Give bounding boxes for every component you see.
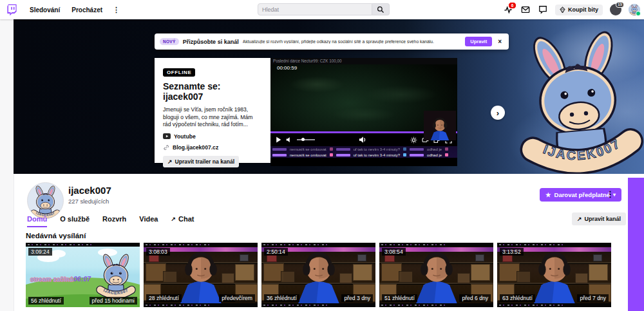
chat-emote-icon — [403, 147, 406, 151]
envelope-icon — [521, 5, 530, 14]
webcam-overlay — [424, 111, 456, 140]
notice-title: Přizpůsobte si kanál — [183, 39, 239, 45]
thumbnail-bottom-overlay — [261, 303, 375, 307]
inbox-button[interactable] — [520, 5, 531, 15]
user-menu-avatar[interactable] — [629, 4, 640, 15]
tab-videa[interactable]: Videa — [139, 215, 158, 227]
video-card[interactable]: 2:50:1436 zhlédnutípřed 3 dny — [261, 243, 375, 307]
chat-overlay-row: nemusíš se omlouvatuf tak to nevím 3-4 m… — [270, 146, 457, 152]
blog-link-label: Blog.ijacek007.cz — [173, 144, 218, 151]
video-views-badge: 51 zhlédnutí — [382, 294, 417, 302]
tab-label: Rozvrh — [102, 215, 126, 223]
external-arrow-icon: ↗ — [577, 216, 582, 222]
chat-username — [272, 148, 287, 151]
bits-gem-icon — [560, 6, 565, 14]
video-card[interactable]: 3:08:0328 zhlédnutípředevčírem — [144, 243, 258, 307]
nav-link-following[interactable]: Sledování — [30, 6, 60, 14]
chat-message: nemusíš se omlouvat — [290, 147, 327, 151]
thumbnail-top-overlay — [144, 243, 258, 247]
play-button[interactable] — [276, 137, 281, 143]
video-date-badge: před 3 dny — [341, 294, 373, 302]
chat-message: nemusíš se omlouvat — [290, 153, 327, 157]
chat-username — [410, 148, 424, 151]
buy-bits-label: Koupit bity — [568, 6, 598, 13]
extension-badge: 15 — [616, 2, 624, 8]
video-date-badge: před 15 hodinami — [90, 297, 137, 305]
thumbnail-top-overlay — [261, 243, 375, 247]
tab-domů[interactable]: Domů — [27, 215, 47, 227]
video-card[interactable]: 3:13:5263 zhlédnutípřed 7 dny — [497, 243, 611, 307]
online-status-dot — [636, 11, 641, 16]
chat-username — [336, 148, 350, 151]
nav-more-icon[interactable]: ⋮ — [113, 6, 120, 14]
notification-badge: 6 — [508, 2, 516, 9]
offline-badge: OFFLINE — [163, 68, 195, 77]
thumbnail-bottom-overlay — [379, 303, 493, 307]
thumbnail-start-time: 06:07 — [73, 275, 91, 283]
thumbnail-bottom-overlay — [497, 303, 611, 307]
chat-username — [336, 154, 350, 156]
notice-close-icon[interactable]: × — [496, 38, 504, 45]
tab-label: O službě — [60, 215, 90, 223]
donkey-mascot-image — [512, 19, 644, 174]
chat-message: uf tak to nevím 3-4 minuty? — [354, 147, 400, 151]
offline-card-title: Seznamte se: ijacek007 — [163, 81, 240, 102]
nav-link-browse[interactable]: Procházet — [71, 6, 102, 14]
notice-description: Aktualizujte si rozvrh vysílání, přidejt… — [243, 39, 462, 44]
search-bar — [258, 3, 390, 15]
chat-emote-icon — [445, 147, 448, 151]
twitch-channel-page: Sledování Procházet ⋮ 6 — [0, 0, 644, 311]
thumbnail-bottom-overlay — [144, 303, 258, 307]
tab-label: Domů — [27, 215, 47, 223]
tab-rozvrh[interactable]: Rozvrh — [102, 215, 126, 227]
chevron-right-icon: › — [497, 108, 499, 118]
channel-tabs: DomůO služběRozvrhVidea↗Chat — [27, 215, 194, 227]
twitch-logo-icon[interactable] — [6, 4, 18, 16]
chat-emote-icon — [330, 147, 333, 151]
video-card-row: stream začíná06:073:09:2456 zhlédnutípře… — [26, 243, 611, 307]
chat-overlay-row: nemusíš se omlouvatuf tak to nevím 3-4 m… — [270, 152, 457, 158]
tab-chat[interactable]: ↗Chat — [171, 215, 194, 227]
audio-speaker-icon[interactable] — [359, 136, 366, 144]
chat-emote-icon — [403, 153, 406, 156]
external-arrow-icon: ↗ — [171, 216, 176, 222]
stream-overlay-donor-text: Poslední dárce Nectur99: CZK 100,00 — [270, 58, 457, 64]
stream-chat-overlay: nemusíš se omlouvatuf tak to nevím 3-4 m… — [270, 146, 457, 158]
tab-label: Chat — [178, 215, 194, 223]
video-views-badge: 36 zhlédnutí — [264, 294, 299, 302]
offline-info-card: OFFLINE Seznamte se: ijacek007 Jmenuji s… — [155, 58, 270, 163]
volume-icon[interactable] — [286, 137, 292, 143]
edit-channel-button[interactable]: ↗ Upravit kanál — [572, 212, 626, 225]
banner-next-button[interactable]: › — [491, 106, 505, 120]
trailer-video-player[interactable]: Poslední dárce Nectur99: CZK 100,00 00:0… — [270, 58, 457, 166]
blog-link[interactable]: Blog.ijacek007.cz — [163, 144, 262, 151]
chat-message: odhad je — [427, 153, 442, 157]
whispers-button[interactable] — [538, 5, 548, 15]
channel-more-icon[interactable]: ⋮ — [606, 189, 614, 199]
star-icon: ★ — [545, 191, 551, 198]
nav-right-cluster: 6 Koupit bity 15 — [503, 0, 640, 19]
edit-trailer-button[interactable]: ↗ Upravit trailer na kanál — [163, 156, 239, 167]
video-duration-badge: 2:50:14 — [264, 248, 288, 256]
collapsed-sidebar[interactable] — [0, 19, 14, 311]
buy-bits-button[interactable]: Koupit bity — [555, 5, 603, 15]
tab-o-službě[interactable]: O službě — [60, 215, 90, 227]
search-button[interactable] — [372, 3, 390, 15]
video-views-badge: 63 zhlédnutí — [500, 294, 535, 302]
collapsed-chat-strip[interactable] — [628, 178, 644, 311]
channel-bio: Jmenuji se Víťa, jsem ročník 1983, blogu… — [163, 106, 260, 129]
extension-avatar[interactable]: 15 — [610, 4, 621, 15]
youtube-link[interactable]: Youtube — [163, 133, 262, 140]
activity-feed-button[interactable]: 6 — [503, 5, 513, 15]
volume-slider[interactable] — [297, 139, 315, 140]
settings-gear-icon[interactable] — [410, 137, 417, 144]
notice-edit-button[interactable]: Upravit — [465, 37, 492, 46]
video-card[interactable]: 3:08:5451 zhlédnutípřed 6 dny — [379, 243, 493, 307]
youtube-icon — [163, 133, 171, 139]
search-input[interactable] — [258, 3, 372, 15]
edit-channel-label: Upravit kanál — [585, 216, 621, 222]
video-card[interactable]: stream začíná06:073:09:2456 zhlédnutípře… — [26, 243, 140, 307]
video-duration-badge: 3:08:54 — [382, 248, 406, 256]
channel-avatar[interactable] — [27, 182, 64, 219]
chat-username — [410, 154, 424, 156]
